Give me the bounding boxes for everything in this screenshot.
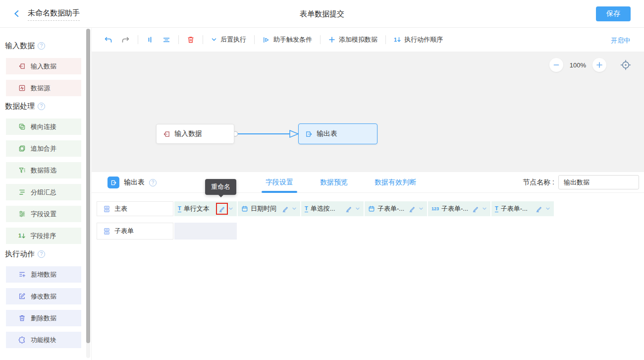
section-header: 执行动作? [5,250,91,258]
toolbar-undo-button[interactable] [104,36,112,44]
section-header: 数据处理? [5,102,91,111]
sidebar-item-hjoin[interactable]: 横向连接 [6,119,81,135]
tab-data-preview[interactable]: 数据预览 [317,172,351,193]
toolbar-group: 后置执行 [211,35,246,44]
sidebar-item-append[interactable]: 追加合并 [6,140,81,157]
sidebar-item-label: 横向连接 [31,122,56,131]
flow-node-input[interactable]: 输入数据 [156,124,234,144]
table-icon [103,205,110,213]
row-name-cell[interactable]: 主表 [97,201,173,216]
sidebar-item-label: 字段设置 [31,210,56,219]
help-icon[interactable]: ? [149,179,157,186]
help-icon[interactable]: ? [38,103,45,110]
flow-node-output[interactable]: 输出表 [298,123,377,144]
add-data-icon [18,271,26,278]
rename-tooltip: 重命名 [205,179,236,195]
append-icon [18,145,26,152]
output-table-icon [107,177,119,188]
sidebar: 输入数据?输入数据数据源数据处理?横向连接追加合并数据筛选分组汇总字段设置1字段… [0,28,92,360]
field-cell[interactable]: 123子表单-... [428,201,490,216]
rename-field-button[interactable] [217,204,227,214]
toolbar-align-horizontal-button[interactable] [162,36,170,44]
rename-field-button[interactable] [344,204,354,214]
page-title: 表单数据提交 [0,9,644,19]
chevron-down-icon[interactable] [419,206,424,211]
toolbar-button-label: 助手触发条件 [273,35,312,44]
field-cell[interactable]: T单选按... [301,201,364,216]
back-icon[interactable] [13,10,20,19]
sidebar-item-sort[interactable]: 1字段排序 [6,228,81,244]
zoom-out-button[interactable] [549,58,563,72]
node-name-input[interactable] [558,175,639,189]
panel-title-group: 输出表 ? [107,177,157,188]
field-cell[interactable]: T单行文本 [174,201,237,216]
toolbar-button-label: 执行动作顺序 [404,35,443,44]
toolbar-add-mock-data-button[interactable]: 添加模拟数据 [328,35,377,44]
toolbar-align-vertical-button[interactable] [146,36,154,44]
sidebar-item-add-data[interactable]: 新增数据 [6,266,81,283]
field-cell[interactable]: 子表单-... [365,201,427,216]
text-type-icon: T [495,206,498,212]
panel-header: 输出表 ? 字段设置数据预览数据有效判断 节点名称 : [92,172,644,193]
sidebar-item-input[interactable]: 输入数据 [6,58,81,74]
field-cell-actions [344,204,360,214]
sidebar-item-label: 追加合并 [31,144,56,153]
connector-arrow [232,129,300,140]
sidebar-item-module[interactable]: 功能模块 [6,332,81,348]
table-row: 主表T单行文本日期时间T单选按...子表单-...123子表单-...T子表单-… [97,201,554,216]
date-type-icon [241,205,248,212]
locate-icon[interactable] [620,60,631,70]
field-cell-actions [280,204,297,214]
help-icon[interactable]: ? [38,250,45,258]
chevron-down-icon[interactable] [482,206,487,211]
sidebar-item-delete-data[interactable]: 删除数据 [6,310,81,326]
text-type-icon: T [305,206,308,212]
date-type-icon [368,205,375,212]
sidebar-scrollbar[interactable] [86,29,90,358]
sort-icon: 1 [18,233,25,239]
sidebar-item-sliders[interactable]: 字段设置 [6,206,81,222]
toolbar-action-order-button[interactable]: 1执行动作顺序 [394,35,443,44]
field-cell[interactable]: T子表单-... [491,201,554,216]
field-label: 子表单-... [501,204,528,213]
status-badge[interactable]: 开启中 [611,36,630,45]
sidebar-item-datasource[interactable]: 数据源 [6,80,81,96]
chevron-down-icon[interactable] [545,206,550,211]
save-button[interactable]: 保存 [596,6,631,21]
rename-field-button[interactable] [471,204,481,214]
toolbar-delete-button[interactable] [187,36,195,44]
section-header-label: 执行动作 [5,249,35,259]
flow-canvas[interactable]: 100% 输入数据输出表 [92,52,644,172]
toolbar-redo-button[interactable] [121,36,130,44]
align-vertical-icon [146,36,154,44]
rename-field-button[interactable] [280,204,290,214]
chevron-down-icon[interactable] [228,206,233,211]
chevron-down-icon[interactable] [292,206,297,211]
sidebar-item-edit-data[interactable]: 修改数据 [6,288,81,304]
sidebar-item-label: 新增数据 [31,270,56,279]
node-name-label: 节点名称 : [523,178,554,187]
tab-data-validation[interactable]: 数据有效判断 [372,172,419,193]
field-cell-actions [217,204,233,214]
zoom-level: 100% [570,61,586,69]
row-name-cell[interactable]: 子表单 [97,223,173,240]
rename-field-button[interactable] [407,204,417,214]
chevron-down-icon[interactable] [355,206,360,211]
sidebar-section: 输入数据?输入数据数据源 [0,42,91,96]
field-cell[interactable]: 日期时间 [238,201,300,216]
toolbar-post-execute-button[interactable]: 后置执行 [211,35,246,44]
assistant-title[interactable]: 未命名数据助手 [28,8,80,21]
zoom-in-button[interactable] [592,58,606,72]
toolbar-trigger-condition-button[interactable]: 助手触发条件 [263,35,312,44]
empty-field-cell[interactable] [174,223,237,240]
sidebar-item-group[interactable]: 分组汇总 [6,184,81,200]
tab-field-settings[interactable]: 字段设置 [263,172,296,193]
scrollbar-thumb[interactable] [86,29,90,343]
toolbar-group: 助手触发条件 [263,35,312,44]
sidebar-section: 执行动作?新增数据修改数据删除数据功能模块 [0,250,91,348]
rename-field-button[interactable] [534,204,544,214]
sidebar-item-filter[interactable]: 数据筛选 [6,162,81,179]
output-icon [305,130,313,138]
row-name-label: 子表单 [114,227,134,236]
help-icon[interactable]: ? [38,42,45,50]
